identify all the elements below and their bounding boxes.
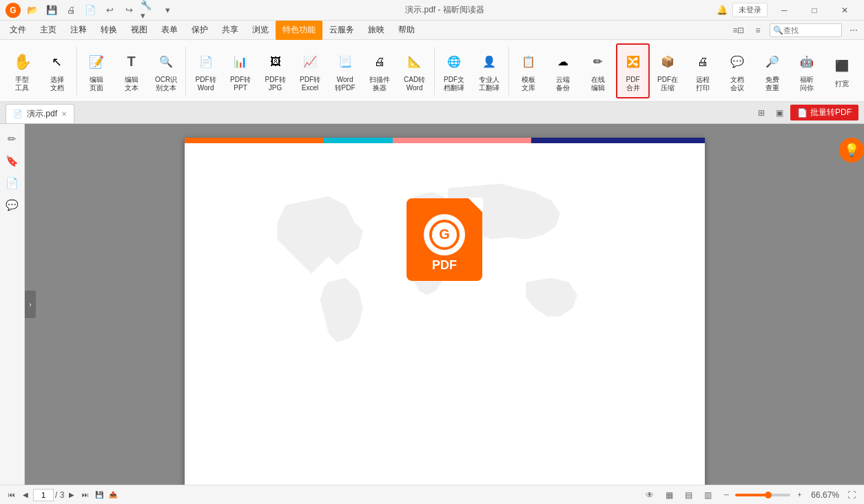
pdf-merge-button[interactable]: 🔀 PDF合并 [616, 43, 650, 98]
menu-view[interactable]: 视图 [124, 21, 154, 40]
first-page-button[interactable]: ⏮ [6, 489, 18, 501]
new-doc-icon[interactable]: 📄 [83, 3, 98, 18]
login-button[interactable]: 未登录 [732, 3, 768, 17]
single-view-button[interactable]: ▣ [772, 106, 786, 120]
zoom-slider[interactable] [735, 494, 790, 496]
zoom-out-button[interactable]: ─ [720, 489, 732, 501]
pdf-compress-button[interactable]: 📦 PDF在压缩 [651, 43, 685, 98]
prev-page-button[interactable]: ◀ [19, 489, 32, 501]
remote-print-button[interactable]: 🖨 远程打印 [686, 43, 719, 98]
menu-cloud[interactable]: 云服务 [322, 21, 361, 40]
pdf-logo-g-text: G [439, 227, 450, 242]
zoom-eye-button[interactable]: 👁 [643, 488, 657, 502]
fullscreen-button[interactable]: ⛶ [845, 488, 858, 502]
minimize-button[interactable]: ─ [770, 0, 798, 21]
notify-icon[interactable]: 🔔 [714, 3, 730, 18]
zoom-in-button[interactable]: + [793, 489, 805, 501]
tab-close-button[interactable]: ✕ [61, 110, 67, 118]
menu-help[interactable]: 帮助 [391, 21, 422, 40]
check-duplicate-button[interactable]: 🔎 免费查重 [755, 43, 789, 98]
menu-browse[interactable]: 浏览 [245, 21, 276, 40]
cloud-backup-label: 云端备份 [556, 76, 570, 92]
sidebar-bookmark-button[interactable]: 🔖 [3, 151, 22, 171]
word-to-pdf-label: Word转PDF [335, 76, 356, 92]
pro-translate-button[interactable]: 👤 专业人工翻译 [472, 43, 506, 98]
batch-convert-button[interactable]: 📄 批量转PDF [790, 105, 858, 120]
search-box[interactable]: 🔍 [770, 23, 842, 37]
tab-bar-right: ⊞ ▣ 📄 批量转PDF [749, 105, 864, 123]
settings-icon[interactable]: ≡⊡ [731, 23, 746, 38]
status-view-btn-2[interactable]: ▤ [681, 488, 695, 502]
title-bar-left: G 📂 💾 🖨 📄 ↩ ↪ 🔧▾ ▾ [6, 3, 175, 18]
online-edit-button[interactable]: ✏ 在线编辑 [582, 43, 615, 98]
next-page-button[interactable]: ▶ [65, 489, 78, 501]
maximize-button[interactable]: □ [801, 0, 828, 21]
tools-dropdown-icon[interactable]: 🔧▾ [141, 3, 156, 18]
select-tool-button[interactable]: ↖ 选择文档 [41, 43, 74, 98]
print-wide-button[interactable]: ⬛ 打宽 [825, 43, 858, 98]
search-input[interactable] [783, 26, 839, 34]
main-area: ✏ 🔖 📄 💬 › [0, 124, 864, 485]
share-page-icon[interactable]: 📤 [107, 489, 119, 501]
sidebar-pages-button[interactable]: 📄 [3, 174, 22, 193]
menu-protect[interactable]: 保护 [185, 21, 215, 40]
select-icon: ↖ [45, 50, 70, 74]
pdf-to-ppt-button[interactable]: 📊 PDF转PPT [224, 43, 258, 98]
pdf-to-word-button[interactable]: 📄 PDF转Word [189, 43, 223, 98]
sidebar-comment-button[interactable]: 💬 [3, 196, 22, 215]
undo-icon[interactable]: ↩ [102, 3, 117, 18]
customize-icon[interactable]: ▾ [160, 3, 175, 18]
word-to-pdf-button[interactable]: 📃 Word转PDF [328, 43, 362, 98]
status-view-btn-1[interactable]: ▦ [662, 488, 676, 502]
menu-features[interactable]: 特色功能 [276, 21, 322, 40]
menu-convert[interactable]: 转换 [94, 21, 124, 40]
ai-assistant-button[interactable]: 🤖 福昕问你 [790, 43, 824, 98]
check-duplicate-label: 免费查重 [765, 76, 779, 92]
pdf-tab[interactable]: 📄 演示.pdf ✕ [6, 104, 74, 123]
grid-view-button[interactable]: ⊞ [754, 106, 768, 120]
pdf-translate-button[interactable]: 🌐 PDF文档翻译 [438, 43, 471, 98]
menu-form[interactable]: 表单 [154, 21, 185, 40]
open-file-icon[interactable]: 📂 [25, 3, 40, 18]
doc-meeting-button[interactable]: 💬 文档会议 [721, 43, 754, 98]
pro-translate-icon: 👤 [477, 50, 502, 74]
pdf-to-ppt-icon: 📊 [228, 50, 253, 74]
scan-button[interactable]: 🖨 扫描件换器 [363, 43, 397, 98]
pdf-translate-icon: 🌐 [442, 50, 466, 74]
edit-page-button[interactable]: 📝 编辑页面 [80, 43, 114, 98]
sidebar-toggle-button[interactable]: › [25, 291, 36, 318]
cloud-backup-button[interactable]: ☁ 云端备份 [546, 43, 580, 98]
pdf-tab-label: 演示.pdf [27, 108, 57, 120]
light-bulb-button[interactable]: 💡 [839, 138, 864, 162]
menu-settings-btn[interactable]: ≡ [750, 23, 765, 38]
menu-play[interactable]: 旅映 [361, 21, 391, 40]
sidebar-annotate-button[interactable]: ✏ [3, 129, 22, 149]
close-button[interactable]: ✕ [831, 0, 858, 21]
cad-icon: 📐 [402, 50, 427, 74]
sep3 [434, 47, 435, 95]
current-page-input[interactable] [33, 489, 54, 501]
template-button[interactable]: 📋 模板文库 [512, 43, 546, 98]
pdf-to-excel-button[interactable]: 📈 PDF转Excel [294, 43, 327, 98]
menu-annotate[interactable]: 注释 [63, 21, 94, 40]
menu-home[interactable]: 主页 [33, 21, 63, 40]
save-page-icon[interactable]: 💾 [93, 489, 105, 501]
save-icon[interactable]: 💾 [44, 3, 59, 18]
more-options-icon[interactable]: ⋯ [846, 23, 861, 38]
edit-text-label: 编辑文本 [125, 76, 138, 92]
status-bar-right: 👁 ▦ ▤ ▥ ─ + 66.67% ⛶ [643, 488, 858, 502]
top-bar-pink [393, 138, 531, 143]
pdf-to-jpg-button[interactable]: 🖼 PDF转JPG [258, 43, 292, 98]
status-view-btn-3[interactable]: ▥ [701, 488, 714, 502]
menu-file[interactable]: 文件 [3, 21, 33, 40]
menu-share[interactable]: 共享 [215, 21, 245, 40]
last-page-button[interactable]: ⏭ [79, 489, 92, 501]
zoom-slider-thumb [765, 492, 772, 498]
redo-icon[interactable]: ↪ [121, 3, 136, 18]
edit-text-button[interactable]: T 编辑文本 [114, 43, 148, 98]
hand-tool-button[interactable]: ✋ 手型工具 [6, 43, 39, 98]
print-icon[interactable]: 🖨 [63, 3, 79, 18]
cad-to-word-button[interactable]: 📐 CAD转Word [398, 43, 431, 98]
online-edit-icon: ✏ [586, 50, 610, 74]
ocr-button[interactable]: 🔍 OCR识别文本 [150, 43, 183, 98]
